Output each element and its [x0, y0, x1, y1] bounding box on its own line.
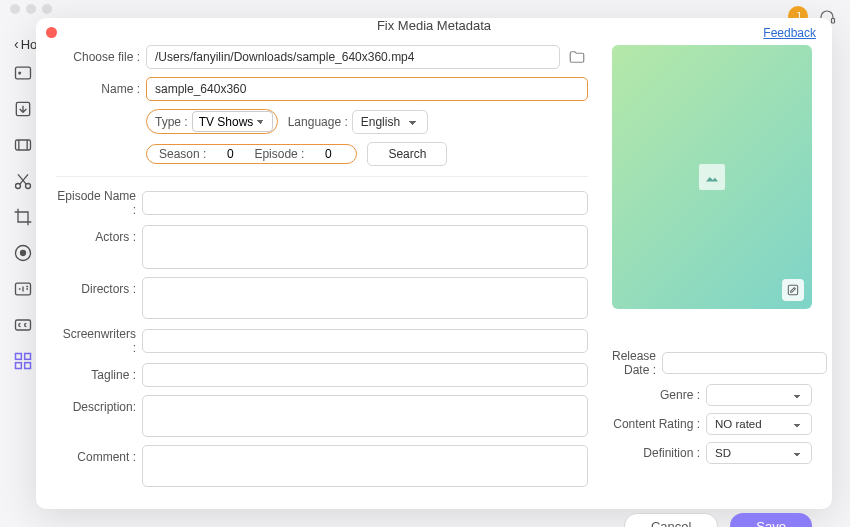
image-placeholder-icon [699, 164, 725, 190]
season-episode-group: Season : Episode : [146, 144, 357, 164]
type-group: Type : TV Shows [146, 109, 278, 134]
name-label: Name : [56, 82, 146, 96]
comment-input[interactable] [142, 445, 588, 487]
tagline-input[interactable] [142, 363, 588, 387]
sidebar-item-metadata[interactable] [12, 350, 34, 372]
type-select[interactable]: TV Shows [192, 111, 273, 132]
svg-rect-11 [16, 320, 31, 330]
description-label: Description: [56, 395, 142, 414]
episode-name-input[interactable] [142, 191, 588, 215]
sidebar-item-record[interactable] [12, 242, 34, 264]
svg-rect-5 [16, 140, 31, 150]
release-date-input[interactable] [662, 352, 827, 374]
choose-file-input[interactable] [146, 45, 560, 69]
comment-label: Comment : [56, 445, 142, 464]
language-label: Language : [288, 115, 348, 129]
svg-rect-2 [16, 67, 31, 79]
back-home[interactable]: ‹ Ho [14, 36, 37, 52]
svg-point-9 [21, 251, 26, 256]
content-rating-select[interactable]: NO rated [706, 413, 812, 435]
definition-select[interactable]: SD [706, 442, 812, 464]
sidebar-item-crop[interactable] [12, 206, 34, 228]
genre-select[interactable] [706, 384, 812, 406]
sidebar-item-cc[interactable] [12, 314, 34, 336]
language-select[interactable]: English [352, 110, 428, 134]
actors-label: Actors : [56, 225, 142, 244]
folder-icon[interactable] [566, 46, 588, 68]
description-input[interactable] [142, 395, 588, 437]
sidebar-item-gif[interactable] [12, 278, 34, 300]
chevron-left-icon: ‹ [14, 36, 19, 52]
modal-title: Fix Media Metadata [377, 18, 491, 33]
traffic-dot [10, 4, 20, 14]
episode-input[interactable] [312, 147, 344, 161]
svg-rect-12 [16, 354, 22, 360]
modal-header: Fix Media Metadata Feedback [36, 18, 832, 33]
episode-name-label: Episode Name : [56, 189, 142, 217]
cover-preview [612, 45, 812, 309]
episode-label: Episode : [254, 147, 304, 161]
name-input[interactable] [146, 77, 588, 101]
window-traffic-lights [10, 4, 52, 14]
type-label: Type : [155, 115, 188, 129]
screenwriters-input[interactable] [142, 329, 588, 353]
search-button[interactable]: Search [367, 142, 447, 166]
svg-rect-14 [16, 363, 22, 369]
svg-rect-15 [25, 363, 31, 369]
season-label: Season : [159, 147, 206, 161]
sidebar-item-1[interactable] [12, 62, 34, 84]
svg-rect-16 [788, 285, 797, 294]
svg-point-3 [19, 72, 21, 74]
save-button[interactable]: Save [730, 513, 812, 527]
sidebar-item-cut[interactable] [12, 170, 34, 192]
feedback-link[interactable]: Feedback [763, 26, 816, 40]
traffic-dot [42, 4, 52, 14]
edit-cover-button[interactable] [782, 279, 804, 301]
traffic-dot [26, 4, 36, 14]
directors-input[interactable] [142, 277, 588, 319]
back-label: Ho [21, 37, 38, 52]
genre-label: Genre : [612, 388, 706, 402]
cancel-button[interactable]: Cancel [624, 513, 718, 527]
modal-footer: Cancel Save [36, 503, 832, 527]
divider [56, 176, 588, 177]
close-icon[interactable] [46, 27, 57, 38]
definition-label: Definition : [612, 446, 706, 460]
actors-input[interactable] [142, 225, 588, 269]
directors-label: Directors : [56, 277, 142, 296]
choose-file-label: Choose file : [56, 50, 146, 64]
svg-rect-13 [25, 354, 31, 360]
sidebar-item-3[interactable] [12, 134, 34, 156]
fix-metadata-modal: Fix Media Metadata Feedback Choose file … [36, 18, 832, 509]
content-rating-label: Content Rating : [612, 417, 706, 431]
season-input[interactable] [214, 147, 246, 161]
release-date-label: Release Date : [612, 349, 662, 377]
tagline-label: Tagline : [56, 368, 142, 382]
sidebar-item-2[interactable] [12, 98, 34, 120]
screenwriters-label: Screenwriters : [56, 327, 142, 355]
